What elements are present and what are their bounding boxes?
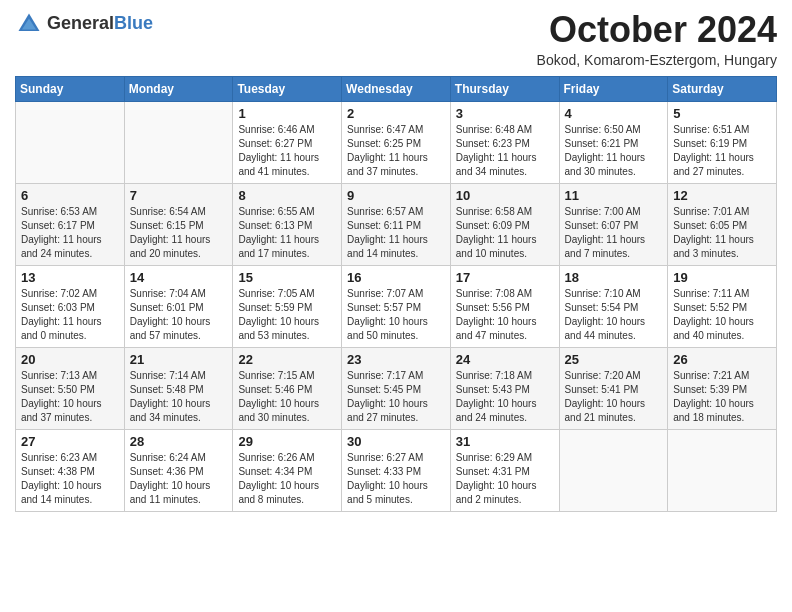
day-number: 11 <box>565 188 663 203</box>
day-number: 21 <box>130 352 228 367</box>
cell-info: Sunrise: 7:13 AMSunset: 5:50 PMDaylight:… <box>21 369 119 425</box>
cell-info: Sunrise: 6:54 AMSunset: 6:15 PMDaylight:… <box>130 205 228 261</box>
calendar-cell: 1Sunrise: 6:46 AMSunset: 6:27 PMDaylight… <box>233 101 342 183</box>
day-number: 1 <box>238 106 336 121</box>
calendar-cell: 28Sunrise: 6:24 AMSunset: 4:36 PMDayligh… <box>124 429 233 511</box>
calendar-cell: 31Sunrise: 6:29 AMSunset: 4:31 PMDayligh… <box>450 429 559 511</box>
calendar-cell: 25Sunrise: 7:20 AMSunset: 5:41 PMDayligh… <box>559 347 668 429</box>
cell-info: Sunrise: 6:47 AMSunset: 6:25 PMDaylight:… <box>347 123 445 179</box>
day-number: 28 <box>130 434 228 449</box>
calendar-cell: 8Sunrise: 6:55 AMSunset: 6:13 PMDaylight… <box>233 183 342 265</box>
calendar-cell: 26Sunrise: 7:21 AMSunset: 5:39 PMDayligh… <box>668 347 777 429</box>
day-number: 16 <box>347 270 445 285</box>
logo-icon <box>15 10 43 38</box>
cell-info: Sunrise: 7:17 AMSunset: 5:45 PMDaylight:… <box>347 369 445 425</box>
day-number: 3 <box>456 106 554 121</box>
calendar-cell: 11Sunrise: 7:00 AMSunset: 6:07 PMDayligh… <box>559 183 668 265</box>
calendar-cell: 19Sunrise: 7:11 AMSunset: 5:52 PMDayligh… <box>668 265 777 347</box>
cell-info: Sunrise: 7:20 AMSunset: 5:41 PMDaylight:… <box>565 369 663 425</box>
day-number: 10 <box>456 188 554 203</box>
cell-info: Sunrise: 7:00 AMSunset: 6:07 PMDaylight:… <box>565 205 663 261</box>
calendar-cell <box>16 101 125 183</box>
calendar-cell: 30Sunrise: 6:27 AMSunset: 4:33 PMDayligh… <box>342 429 451 511</box>
cell-info: Sunrise: 7:15 AMSunset: 5:46 PMDaylight:… <box>238 369 336 425</box>
calendar-cell: 12Sunrise: 7:01 AMSunset: 6:05 PMDayligh… <box>668 183 777 265</box>
cell-info: Sunrise: 6:23 AMSunset: 4:38 PMDaylight:… <box>21 451 119 507</box>
cell-info: Sunrise: 7:04 AMSunset: 6:01 PMDaylight:… <box>130 287 228 343</box>
cell-info: Sunrise: 6:50 AMSunset: 6:21 PMDaylight:… <box>565 123 663 179</box>
day-number: 23 <box>347 352 445 367</box>
day-number: 30 <box>347 434 445 449</box>
day-number: 20 <box>21 352 119 367</box>
week-row-5: 27Sunrise: 6:23 AMSunset: 4:38 PMDayligh… <box>16 429 777 511</box>
month-title: October 2024 <box>537 10 777 50</box>
calendar-cell: 22Sunrise: 7:15 AMSunset: 5:46 PMDayligh… <box>233 347 342 429</box>
calendar-cell <box>559 429 668 511</box>
day-number: 13 <box>21 270 119 285</box>
cell-info: Sunrise: 6:51 AMSunset: 6:19 PMDaylight:… <box>673 123 771 179</box>
header-friday: Friday <box>559 76 668 101</box>
title-block: October 2024 Bokod, Komarom-Esztergom, H… <box>537 10 777 68</box>
cell-info: Sunrise: 7:01 AMSunset: 6:05 PMDaylight:… <box>673 205 771 261</box>
day-number: 4 <box>565 106 663 121</box>
cell-info: Sunrise: 7:10 AMSunset: 5:54 PMDaylight:… <box>565 287 663 343</box>
calendar-cell: 27Sunrise: 6:23 AMSunset: 4:38 PMDayligh… <box>16 429 125 511</box>
day-number: 31 <box>456 434 554 449</box>
cell-info: Sunrise: 6:46 AMSunset: 6:27 PMDaylight:… <box>238 123 336 179</box>
location-subtitle: Bokod, Komarom-Esztergom, Hungary <box>537 52 777 68</box>
calendar-cell: 14Sunrise: 7:04 AMSunset: 6:01 PMDayligh… <box>124 265 233 347</box>
cell-info: Sunrise: 7:08 AMSunset: 5:56 PMDaylight:… <box>456 287 554 343</box>
page-header: GeneralBlue October 2024 Bokod, Komarom-… <box>15 10 777 68</box>
logo-blue: Blue <box>114 13 153 33</box>
cell-info: Sunrise: 6:48 AMSunset: 6:23 PMDaylight:… <box>456 123 554 179</box>
cell-info: Sunrise: 6:58 AMSunset: 6:09 PMDaylight:… <box>456 205 554 261</box>
day-number: 26 <box>673 352 771 367</box>
week-row-3: 13Sunrise: 7:02 AMSunset: 6:03 PMDayligh… <box>16 265 777 347</box>
cell-info: Sunrise: 7:05 AMSunset: 5:59 PMDaylight:… <box>238 287 336 343</box>
calendar-cell: 18Sunrise: 7:10 AMSunset: 5:54 PMDayligh… <box>559 265 668 347</box>
calendar-cell <box>124 101 233 183</box>
header-wednesday: Wednesday <box>342 76 451 101</box>
calendar-cell: 2Sunrise: 6:47 AMSunset: 6:25 PMDaylight… <box>342 101 451 183</box>
day-number: 7 <box>130 188 228 203</box>
day-number: 27 <box>21 434 119 449</box>
day-number: 6 <box>21 188 119 203</box>
calendar-table: SundayMondayTuesdayWednesdayThursdayFrid… <box>15 76 777 512</box>
day-number: 22 <box>238 352 336 367</box>
cell-info: Sunrise: 6:24 AMSunset: 4:36 PMDaylight:… <box>130 451 228 507</box>
logo-general: General <box>47 13 114 33</box>
day-number: 12 <box>673 188 771 203</box>
logo-text: GeneralBlue <box>47 14 153 34</box>
cell-info: Sunrise: 6:29 AMSunset: 4:31 PMDaylight:… <box>456 451 554 507</box>
cell-info: Sunrise: 7:02 AMSunset: 6:03 PMDaylight:… <box>21 287 119 343</box>
week-row-4: 20Sunrise: 7:13 AMSunset: 5:50 PMDayligh… <box>16 347 777 429</box>
week-row-1: 1Sunrise: 6:46 AMSunset: 6:27 PMDaylight… <box>16 101 777 183</box>
calendar-cell: 23Sunrise: 7:17 AMSunset: 5:45 PMDayligh… <box>342 347 451 429</box>
day-number: 2 <box>347 106 445 121</box>
calendar-cell: 21Sunrise: 7:14 AMSunset: 5:48 PMDayligh… <box>124 347 233 429</box>
cell-info: Sunrise: 7:21 AMSunset: 5:39 PMDaylight:… <box>673 369 771 425</box>
header-thursday: Thursday <box>450 76 559 101</box>
day-number: 29 <box>238 434 336 449</box>
calendar-cell: 3Sunrise: 6:48 AMSunset: 6:23 PMDaylight… <box>450 101 559 183</box>
day-number: 19 <box>673 270 771 285</box>
day-headers-row: SundayMondayTuesdayWednesdayThursdayFrid… <box>16 76 777 101</box>
cell-info: Sunrise: 7:07 AMSunset: 5:57 PMDaylight:… <box>347 287 445 343</box>
calendar-cell: 10Sunrise: 6:58 AMSunset: 6:09 PMDayligh… <box>450 183 559 265</box>
day-number: 14 <box>130 270 228 285</box>
header-tuesday: Tuesday <box>233 76 342 101</box>
calendar-cell <box>668 429 777 511</box>
calendar-cell: 24Sunrise: 7:18 AMSunset: 5:43 PMDayligh… <box>450 347 559 429</box>
day-number: 15 <box>238 270 336 285</box>
cell-info: Sunrise: 6:26 AMSunset: 4:34 PMDaylight:… <box>238 451 336 507</box>
calendar-cell: 15Sunrise: 7:05 AMSunset: 5:59 PMDayligh… <box>233 265 342 347</box>
calendar-cell: 13Sunrise: 7:02 AMSunset: 6:03 PMDayligh… <box>16 265 125 347</box>
cell-info: Sunrise: 7:11 AMSunset: 5:52 PMDaylight:… <box>673 287 771 343</box>
calendar-cell: 17Sunrise: 7:08 AMSunset: 5:56 PMDayligh… <box>450 265 559 347</box>
calendar-cell: 16Sunrise: 7:07 AMSunset: 5:57 PMDayligh… <box>342 265 451 347</box>
day-number: 8 <box>238 188 336 203</box>
header-saturday: Saturday <box>668 76 777 101</box>
header-monday: Monday <box>124 76 233 101</box>
cell-info: Sunrise: 6:53 AMSunset: 6:17 PMDaylight:… <box>21 205 119 261</box>
calendar-cell: 7Sunrise: 6:54 AMSunset: 6:15 PMDaylight… <box>124 183 233 265</box>
